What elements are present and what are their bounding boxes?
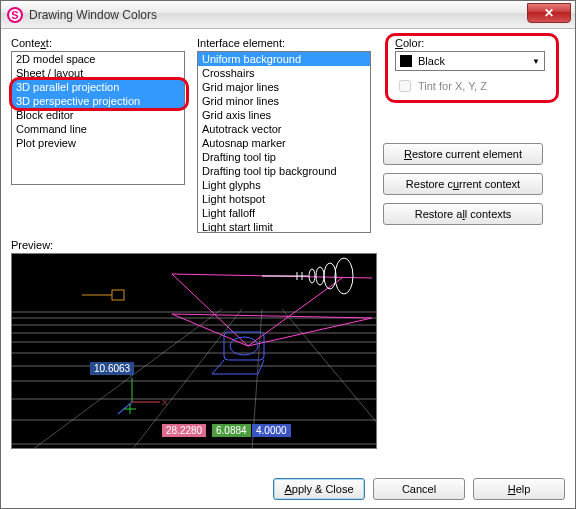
svg-text:X: X [162,398,168,407]
help-button[interactable]: Help [473,478,565,500]
preview-dim-1: 10.6063 [90,362,134,375]
app-icon: S [7,7,23,23]
interface-element-item[interactable]: Light hotspot [198,192,370,206]
svg-rect-30 [112,290,124,300]
interface-element-item[interactable]: Autotrack vector [198,122,370,136]
svg-point-29 [230,337,258,355]
preview-dim-4: 4.0000 [252,424,291,437]
color-swatch [400,55,412,67]
interface-element-item[interactable]: Light falloff [198,206,370,220]
svg-point-22 [316,267,324,285]
restore-current-element-button[interactable]: Restore current element [383,143,543,165]
preview-svg: X Y [12,254,377,449]
color-name: Black [418,55,445,67]
interface-element-item[interactable]: Drafting tool tip [198,150,370,164]
close-button[interactable]: ✕ [527,3,571,23]
color-dropdown[interactable]: Black ▼ [395,51,545,71]
restore-current-context-button[interactable]: Restore current context [383,173,543,195]
interface-element-item[interactable]: Grid axis lines [198,108,370,122]
preview-canvas: X Y 10.6063 28.2280 6.0884 4.0000 [11,253,377,449]
svg-line-20 [172,314,372,318]
tint-checkbox-row[interactable]: Tint for X, Y, Z [395,77,565,95]
restore-all-contexts-button[interactable]: Restore all contexts [383,203,543,225]
cancel-button[interactable]: Cancel [373,478,465,500]
context-item[interactable]: Command line [12,122,184,136]
chevron-down-icon: ▼ [532,57,540,66]
apply-close-button[interactable]: Apply & Close [273,478,365,500]
interface-element-item[interactable]: Uniform background [198,52,370,66]
preview-dim-2: 28.2280 [162,424,206,437]
interface-element-listbox[interactable]: Uniform backgroundCrosshairsGrid major l… [197,51,371,233]
svg-line-14 [282,309,377,424]
titlebar: S Drawing Window Colors ✕ [1,1,575,29]
svg-point-23 [324,263,336,289]
svg-point-21 [309,269,315,283]
interface-element-item[interactable]: Autosnap marker [198,136,370,150]
context-item[interactable]: Block editor [12,108,184,122]
context-item[interactable]: 3D parallel projection [12,80,184,94]
tint-checkbox[interactable] [399,80,411,92]
color-label: Color: [395,37,565,49]
interface-element-item[interactable]: Drafting tool tip background [198,164,370,178]
interface-element-item[interactable]: Crosshairs [198,66,370,80]
context-listbox[interactable]: 2D model spaceSheet / layout3D parallel … [11,51,185,185]
interface-element-item[interactable]: Light glyphs [198,178,370,192]
interface-element-item[interactable]: Grid minor lines [198,94,370,108]
context-item[interactable]: Plot preview [12,136,184,150]
close-icon: ✕ [544,6,554,20]
interface-element-item[interactable]: Grid major lines [198,80,370,94]
window-title: Drawing Window Colors [29,8,157,22]
context-item[interactable]: Sheet / layout [12,66,184,80]
preview-dim-3: 6.0884 [212,424,251,437]
context-item[interactable]: 3D perspective projection [12,94,184,108]
interface-element-item[interactable]: Light start limit [198,220,370,233]
preview-label: Preview: [11,239,565,251]
tint-label: Tint for X, Y, Z [418,80,487,92]
svg-line-18 [172,314,248,346]
svg-point-24 [335,258,353,294]
context-label: Context: [11,37,185,49]
svg-line-17 [172,274,248,346]
context-item[interactable]: 2D model space [12,52,184,66]
interface-element-label: Interface element: [197,37,371,49]
